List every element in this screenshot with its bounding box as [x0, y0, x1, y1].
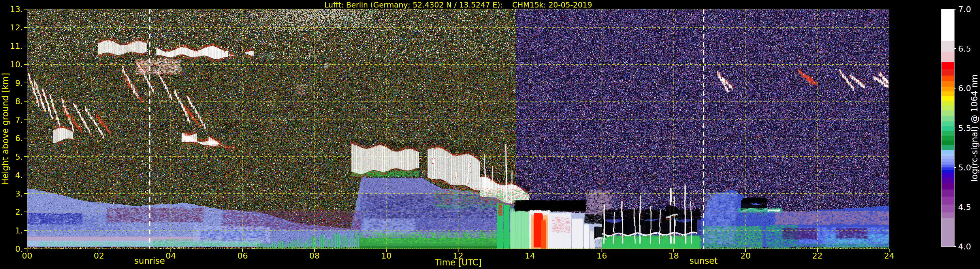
x-tick-mark	[745, 249, 746, 252]
y-tick-label: 8.	[15, 97, 23, 105]
x-tick-label: 06	[237, 252, 248, 260]
x-tick-label: 24	[884, 252, 894, 260]
x-tick-mark	[27, 249, 27, 252]
y-tick-mark	[24, 9, 27, 10]
y-tick-label: 6.	[15, 134, 23, 142]
x-tick-label: 18	[668, 252, 679, 260]
heatmap-canvas	[27, 9, 889, 249]
y-tick-mark	[24, 175, 27, 175]
x-tick-label: 16	[597, 252, 607, 260]
x-tick-label: 00	[22, 252, 32, 260]
y-tick-mark	[24, 119, 27, 120]
y-tick-label: 9.	[15, 79, 23, 87]
colorbar-tick-label: 6.5	[958, 45, 971, 53]
x-tick-label: 22	[812, 252, 822, 260]
x-tick-label: 02	[94, 252, 104, 260]
y-tick-mark	[24, 27, 27, 28]
x-tick-mark	[386, 249, 387, 252]
colorbar-tick-mark	[954, 88, 956, 89]
colorbar-tick-label: 4.0	[958, 243, 971, 251]
y-tick-label: 3.	[15, 189, 23, 197]
y-tick-mark	[24, 83, 27, 83]
y-tick-label: 11.	[10, 42, 23, 50]
x-tick-label: 20	[740, 252, 751, 260]
x-tick-mark	[99, 249, 99, 252]
ceilometer-quicklook: Lufft: Berlin (Germany; 52.4302 N / 13.5…	[0, 0, 980, 269]
colorbar-tick-mark	[954, 167, 956, 168]
x-tick-label: 10	[381, 252, 391, 260]
colorbar-tick-label: 6.0	[958, 84, 971, 92]
x-tick-label: 14	[525, 252, 535, 260]
colorbar-canvas	[942, 9, 954, 247]
x-tick-label: 12	[453, 252, 463, 260]
colorbar-tick-mark	[954, 9, 956, 10]
colorbar-tick-label: 5.5	[958, 124, 971, 132]
x-tick-mark	[314, 249, 315, 252]
x-tick-mark	[530, 249, 530, 252]
y-tick-mark	[24, 156, 27, 157]
x-tick-mark	[458, 249, 458, 252]
colorbar-tick-label: 7.0	[958, 5, 971, 13]
y-tick-mark	[24, 64, 27, 65]
y-tick-label: 4.	[15, 171, 23, 179]
y-axis-label: Height above ground [km]	[1, 73, 10, 185]
chart-title: Lufft: Berlin (Germany; 52.4302 N / 13.5…	[324, 1, 592, 9]
y-tick-mark	[24, 101, 27, 102]
y-tick-label: 1.	[15, 226, 23, 234]
x-tick-mark	[673, 249, 674, 252]
colorbar-tick-mark	[954, 127, 956, 128]
colorbar-label: log(rc-signal) @ 1064 nm	[970, 74, 979, 181]
sunset-label: sunset	[689, 256, 718, 265]
y-tick-label: 13.	[10, 5, 23, 13]
sunrise-label: sunrise	[134, 256, 165, 265]
x-tick-label: 04	[165, 252, 176, 260]
y-tick-mark	[24, 138, 27, 138]
y-tick-mark	[24, 248, 27, 249]
colorbar-tick-mark	[954, 207, 956, 207]
y-tick-mark	[24, 230, 27, 231]
y-tick-mark	[24, 46, 27, 46]
x-tick-mark	[170, 249, 171, 252]
y-tick-mark	[24, 212, 27, 212]
y-tick-label: 5.	[15, 153, 23, 161]
x-tick-mark	[889, 249, 889, 252]
y-tick-label: 7.	[15, 116, 23, 124]
colorbar-tick-mark	[954, 48, 956, 49]
y-tick-label: 12.	[10, 24, 23, 32]
y-tick-label: 2.	[15, 208, 23, 216]
colorbar-tick-label: 4.5	[958, 203, 971, 211]
x-tick-mark	[601, 249, 602, 252]
x-tick-mark	[817, 249, 818, 252]
x-tick-mark	[242, 249, 243, 252]
y-tick-label: 0.	[15, 245, 23, 253]
y-tick-label: 10.	[10, 60, 23, 68]
colorbar-tick-mark	[954, 246, 956, 247]
colorbar-tick-label: 5.0	[958, 163, 971, 171]
y-tick-mark	[24, 193, 27, 194]
x-tick-label: 08	[309, 252, 320, 260]
